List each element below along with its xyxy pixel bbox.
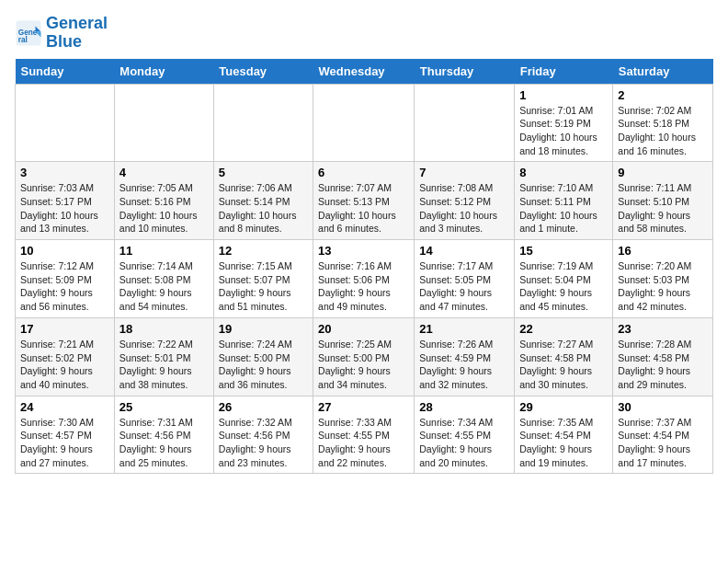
day-number: 29 [519, 400, 608, 414]
day-info: Sunrise: 7:14 AM Sunset: 5:08 PM Dayligh… [119, 259, 209, 314]
day-number: 17 [20, 322, 109, 336]
calendar-cell: 9Sunrise: 7:11 AM Sunset: 5:10 PM Daylig… [613, 162, 713, 240]
day-info: Sunrise: 7:05 AM Sunset: 5:16 PM Dayligh… [119, 181, 209, 236]
calendar-cell [114, 84, 213, 162]
day-info: Sunrise: 7:37 AM Sunset: 4:54 PM Dayligh… [618, 416, 708, 470]
weekday-header-tuesday: Tuesday [213, 59, 313, 85]
day-number: 14 [419, 244, 509, 258]
day-number: 7 [419, 166, 509, 179]
day-info: Sunrise: 7:31 AM Sunset: 4:56 PM Dayligh… [119, 416, 209, 470]
calendar-cell: 6Sunrise: 7:07 AM Sunset: 5:13 PM Daylig… [313, 162, 415, 240]
day-info: Sunrise: 7:24 AM Sunset: 5:00 PM Dayligh… [219, 338, 308, 392]
calendar-cell: 21Sunrise: 7:26 AM Sunset: 4:59 PM Dayli… [415, 317, 515, 396]
day-number: 8 [519, 166, 608, 179]
day-number: 6 [318, 166, 409, 179]
calendar-cell: 16Sunrise: 7:20 AM Sunset: 5:03 PM Dayli… [613, 240, 713, 318]
day-number: 2 [618, 88, 708, 102]
calendar-cell [16, 84, 115, 162]
day-number: 13 [318, 244, 409, 258]
calendar-cell: 2Sunrise: 7:02 AM Sunset: 5:18 PM Daylig… [613, 84, 713, 162]
day-number: 23 [618, 322, 708, 336]
calendar-cell: 4Sunrise: 7:05 AM Sunset: 5:16 PM Daylig… [114, 162, 213, 240]
day-number: 15 [519, 244, 608, 258]
day-number: 4 [119, 166, 209, 179]
day-number: 18 [119, 322, 209, 336]
svg-text:ral: ral [18, 36, 28, 44]
calendar-cell: 19Sunrise: 7:24 AM Sunset: 5:00 PM Dayli… [213, 317, 313, 396]
day-number: 1 [519, 88, 608, 102]
day-number: 30 [618, 400, 708, 414]
day-number: 20 [318, 322, 409, 336]
page-header: Gene- ral General Blue [15, 15, 713, 52]
logo-icon: Gene- ral [15, 19, 42, 47]
day-number: 5 [219, 166, 308, 179]
day-number: 9 [618, 166, 708, 179]
weekday-header-monday: Monday [114, 59, 213, 85]
weekday-header-sunday: Sunday [16, 59, 115, 85]
calendar-cell [415, 84, 515, 162]
calendar-cell: 3Sunrise: 7:03 AM Sunset: 5:17 PM Daylig… [16, 162, 115, 240]
day-number: 28 [419, 400, 509, 414]
day-info: Sunrise: 7:07 AM Sunset: 5:13 PM Dayligh… [318, 181, 409, 236]
day-number: 26 [219, 400, 308, 414]
day-info: Sunrise: 7:33 AM Sunset: 4:55 PM Dayligh… [318, 416, 409, 470]
weekday-header-friday: Friday [515, 59, 613, 85]
weekday-header-wednesday: Wednesday [313, 59, 415, 85]
day-info: Sunrise: 7:01 AM Sunset: 5:19 PM Dayligh… [519, 104, 608, 158]
calendar-cell: 29Sunrise: 7:35 AM Sunset: 4:54 PM Dayli… [515, 396, 613, 474]
day-number: 25 [119, 400, 209, 414]
calendar-cell: 30Sunrise: 7:37 AM Sunset: 4:54 PM Dayli… [613, 396, 713, 474]
calendar-cell: 13Sunrise: 7:16 AM Sunset: 5:06 PM Dayli… [313, 240, 415, 318]
calendar-cell: 1Sunrise: 7:01 AM Sunset: 5:19 PM Daylig… [515, 84, 613, 162]
calendar-cell: 11Sunrise: 7:14 AM Sunset: 5:08 PM Dayli… [114, 240, 213, 318]
weekday-header-thursday: Thursday [415, 59, 515, 85]
day-info: Sunrise: 7:12 AM Sunset: 5:09 PM Dayligh… [20, 259, 109, 314]
calendar-cell: 22Sunrise: 7:27 AM Sunset: 4:58 PM Dayli… [515, 317, 613, 396]
day-info: Sunrise: 7:21 AM Sunset: 5:02 PM Dayligh… [20, 338, 109, 392]
day-number: 12 [219, 244, 308, 258]
calendar-cell [313, 84, 415, 162]
logo-text: General Blue [46, 15, 108, 52]
day-info: Sunrise: 7:10 AM Sunset: 5:11 PM Dayligh… [519, 181, 608, 236]
calendar-cell: 27Sunrise: 7:33 AM Sunset: 4:55 PM Dayli… [313, 396, 415, 474]
day-info: Sunrise: 7:16 AM Sunset: 5:06 PM Dayligh… [318, 259, 409, 314]
weekday-header-saturday: Saturday [613, 59, 713, 85]
calendar-cell: 24Sunrise: 7:30 AM Sunset: 4:57 PM Dayli… [16, 396, 115, 474]
day-info: Sunrise: 7:02 AM Sunset: 5:18 PM Dayligh… [618, 104, 708, 158]
day-number: 11 [119, 244, 209, 258]
day-info: Sunrise: 7:30 AM Sunset: 4:57 PM Dayligh… [20, 416, 109, 470]
day-info: Sunrise: 7:27 AM Sunset: 4:58 PM Dayligh… [519, 338, 608, 392]
calendar-cell: 25Sunrise: 7:31 AM Sunset: 4:56 PM Dayli… [114, 396, 213, 474]
calendar-cell: 26Sunrise: 7:32 AM Sunset: 4:56 PM Dayli… [213, 396, 313, 474]
calendar-cell: 10Sunrise: 7:12 AM Sunset: 5:09 PM Dayli… [16, 240, 115, 318]
day-info: Sunrise: 7:28 AM Sunset: 4:58 PM Dayligh… [618, 338, 708, 392]
day-info: Sunrise: 7:35 AM Sunset: 4:54 PM Dayligh… [519, 416, 608, 470]
calendar-cell: 18Sunrise: 7:22 AM Sunset: 5:01 PM Dayli… [114, 317, 213, 396]
day-info: Sunrise: 7:08 AM Sunset: 5:12 PM Dayligh… [419, 181, 509, 236]
calendar-cell: 14Sunrise: 7:17 AM Sunset: 5:05 PM Dayli… [415, 240, 515, 318]
day-number: 24 [20, 400, 109, 414]
day-info: Sunrise: 7:26 AM Sunset: 4:59 PM Dayligh… [419, 338, 509, 392]
day-number: 10 [20, 244, 109, 258]
calendar-cell: 8Sunrise: 7:10 AM Sunset: 5:11 PM Daylig… [515, 162, 613, 240]
day-info: Sunrise: 7:19 AM Sunset: 5:04 PM Dayligh… [519, 259, 608, 314]
day-info: Sunrise: 7:20 AM Sunset: 5:03 PM Dayligh… [618, 259, 708, 314]
day-number: 16 [618, 244, 708, 258]
calendar-cell: 12Sunrise: 7:15 AM Sunset: 5:07 PM Dayli… [213, 240, 313, 318]
day-info: Sunrise: 7:34 AM Sunset: 4:55 PM Dayligh… [419, 416, 509, 470]
day-info: Sunrise: 7:15 AM Sunset: 5:07 PM Dayligh… [219, 259, 308, 314]
calendar-cell: 17Sunrise: 7:21 AM Sunset: 5:02 PM Dayli… [16, 317, 115, 396]
calendar-cell: 23Sunrise: 7:28 AM Sunset: 4:58 PM Dayli… [613, 317, 713, 396]
day-info: Sunrise: 7:22 AM Sunset: 5:01 PM Dayligh… [119, 338, 209, 392]
day-info: Sunrise: 7:03 AM Sunset: 5:17 PM Dayligh… [20, 181, 109, 236]
calendar-table: SundayMondayTuesdayWednesdayThursdayFrid… [15, 59, 713, 475]
day-info: Sunrise: 7:06 AM Sunset: 5:14 PM Dayligh… [219, 181, 308, 236]
day-number: 19 [219, 322, 308, 336]
calendar-cell: 28Sunrise: 7:34 AM Sunset: 4:55 PM Dayli… [415, 396, 515, 474]
calendar-cell: 7Sunrise: 7:08 AM Sunset: 5:12 PM Daylig… [415, 162, 515, 240]
day-info: Sunrise: 7:11 AM Sunset: 5:10 PM Dayligh… [618, 181, 708, 236]
day-info: Sunrise: 7:25 AM Sunset: 5:00 PM Dayligh… [318, 338, 409, 392]
day-number: 27 [318, 400, 409, 414]
day-number: 21 [419, 322, 509, 336]
logo: Gene- ral General Blue [15, 15, 108, 52]
